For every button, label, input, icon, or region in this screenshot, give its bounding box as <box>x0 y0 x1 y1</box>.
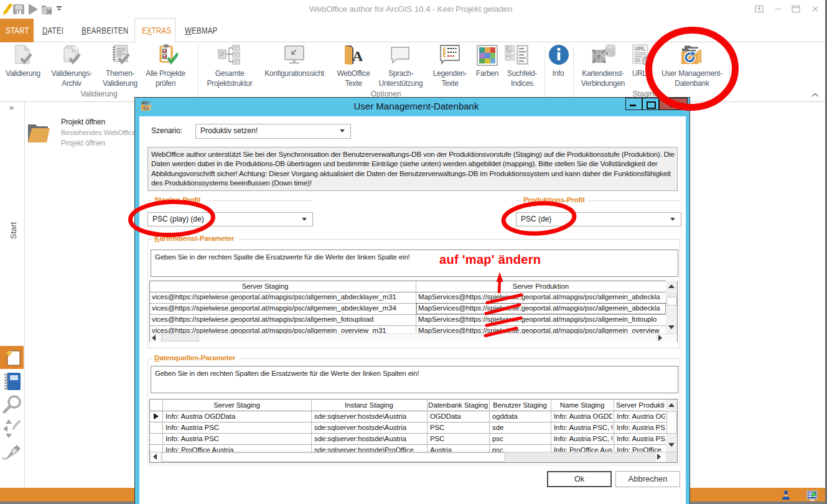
svg-text:A: A <box>352 48 363 64</box>
svg-text:URL: URL <box>635 45 645 52</box>
